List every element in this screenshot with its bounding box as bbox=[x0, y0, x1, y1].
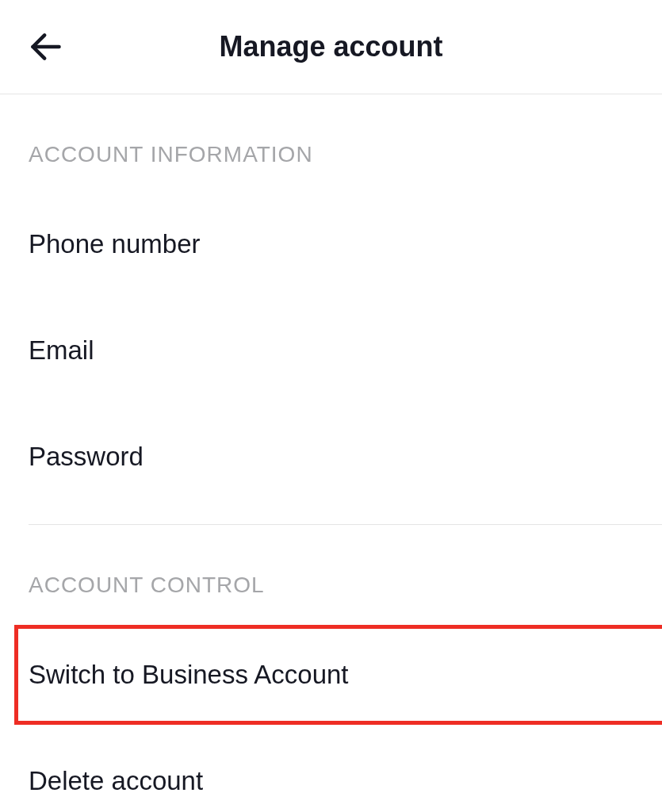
arrow-left-icon bbox=[29, 29, 63, 64]
menu-item-phone-number[interactable]: Phone number bbox=[29, 191, 633, 297]
page-title: Manage account bbox=[29, 30, 633, 63]
menu-item-delete-account[interactable]: Delete account bbox=[29, 728, 633, 812]
section-header-account-information: ACCOUNT INFORMATION bbox=[29, 142, 633, 167]
menu-item-email[interactable]: Email bbox=[29, 297, 633, 404]
section-account-information: ACCOUNT INFORMATION Phone number Email P… bbox=[0, 142, 662, 510]
page-header: Manage account bbox=[0, 0, 662, 94]
section-header-account-control: ACCOUNT CONTROL bbox=[29, 573, 633, 598]
section-divider bbox=[29, 524, 662, 525]
menu-item-switch-business[interactable]: Switch to Business Account bbox=[29, 622, 633, 728]
menu-item-password[interactable]: Password bbox=[29, 404, 633, 510]
section-account-control: ACCOUNT CONTROL Switch to Business Accou… bbox=[0, 573, 662, 812]
back-button[interactable] bbox=[29, 29, 63, 64]
